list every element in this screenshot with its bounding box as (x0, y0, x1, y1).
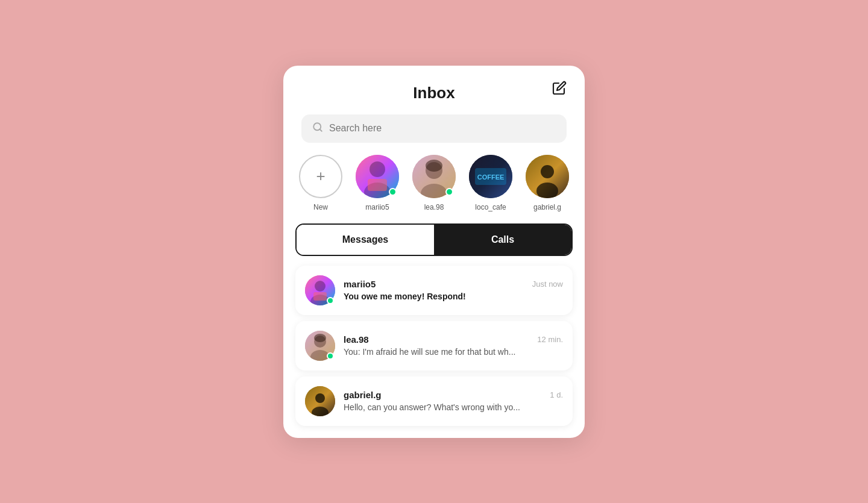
svg-point-25 (315, 393, 325, 403)
msg-name-gabriel-g: gabriel.g (344, 390, 382, 400)
msg-name-lea98: lea.98 (344, 334, 369, 345)
msg-avatar-wrapper-lea98 (305, 331, 335, 361)
tab-calls[interactable]: Calls (434, 225, 571, 255)
message-item-lea98[interactable]: lea.98 12 min. You: I'm afraid he will s… (295, 321, 573, 370)
page-title: Inbox (413, 84, 454, 102)
search-section (283, 114, 585, 155)
svg-point-23 (314, 334, 326, 342)
msg-name-mariio5: mariio5 (344, 279, 376, 289)
svg-point-9 (426, 160, 442, 172)
story-item-gabriel-g[interactable]: gabriel.g (522, 155, 573, 211)
tab-messages[interactable]: Messages (297, 225, 434, 255)
messages-list: mariio5 Just now You owe me money! Respo… (283, 266, 585, 426)
msg-avatar-wrapper-mariio5 (305, 275, 335, 305)
story-name-gabriel-g: gabriel.g (533, 203, 561, 211)
msg-preview-gabriel-g: Hello, can you answer? What's wrong with… (344, 402, 563, 412)
stories-section: + New (283, 155, 585, 223)
msg-avatar-wrapper-gabriel-g (305, 386, 335, 416)
svg-line-1 (319, 129, 321, 131)
new-avatar: + (299, 155, 342, 198)
search-icon (312, 122, 323, 136)
msg-header-mariio5: mariio5 Just now (344, 279, 563, 289)
search-input[interactable] (329, 123, 556, 134)
msg-content-lea98: lea.98 12 min. You: I'm afraid he will s… (344, 334, 563, 357)
story-name-new: New (313, 203, 328, 211)
message-item-mariio5[interactable]: mariio5 Just now You owe me money! Respo… (295, 266, 573, 315)
msg-preview-lea98: You: I'm afraid he will sue me for that … (344, 347, 563, 357)
msg-time-lea98: 12 min. (537, 335, 563, 344)
story-name-lea98: lea.98 (424, 203, 444, 211)
story-name-loco-cafe: loco_cafe (475, 203, 506, 211)
story-item-new[interactable]: + New (295, 155, 346, 211)
msg-content-mariio5: mariio5 Just now You owe me money! Respo… (344, 279, 563, 301)
online-dot-mariio5 (389, 188, 397, 196)
search-bar (301, 114, 567, 143)
msg-content-gabriel-g: gabriel.g 1 d. Hello, can you answer? Wh… (344, 390, 563, 412)
story-item-loco-cafe[interactable]: COFFEE loco_cafe (465, 155, 516, 211)
svg-text:COFFEE: COFFEE (477, 173, 505, 181)
svg-rect-19 (313, 292, 327, 301)
svg-point-17 (315, 281, 326, 292)
avatar-loco-cafe: COFFEE (469, 155, 512, 198)
compose-icon[interactable] (552, 81, 567, 99)
svg-point-14 (541, 165, 554, 178)
story-item-lea98[interactable]: lea.98 (409, 155, 459, 211)
header: Inbox (283, 66, 585, 114)
msg-online-dot-lea98 (327, 352, 334, 360)
story-item-mariio5[interactable]: mariio5 (352, 155, 403, 211)
svg-point-3 (370, 161, 385, 177)
msg-avatar-gabriel-g (305, 386, 335, 416)
story-name-mariio5: mariio5 (365, 203, 389, 211)
msg-preview-mariio5: You owe me money! Respond! (344, 292, 563, 301)
online-dot-lea98 (445, 188, 453, 196)
avatar-gabriel-g (526, 155, 569, 198)
msg-time-gabriel-g: 1 d. (550, 390, 563, 399)
tabs-section: Messages Calls (295, 223, 573, 256)
msg-time-mariio5: Just now (532, 280, 563, 289)
message-item-gabriel-g[interactable]: gabriel.g 1 d. Hello, can you answer? Wh… (295, 376, 573, 426)
msg-header-gabriel-g: gabriel.g 1 d. (344, 390, 563, 400)
msg-header-lea98: lea.98 12 min. (344, 334, 563, 345)
inbox-card: Inbox + New (283, 66, 585, 438)
msg-online-dot-mariio5 (327, 297, 334, 304)
svg-rect-5 (368, 179, 387, 191)
